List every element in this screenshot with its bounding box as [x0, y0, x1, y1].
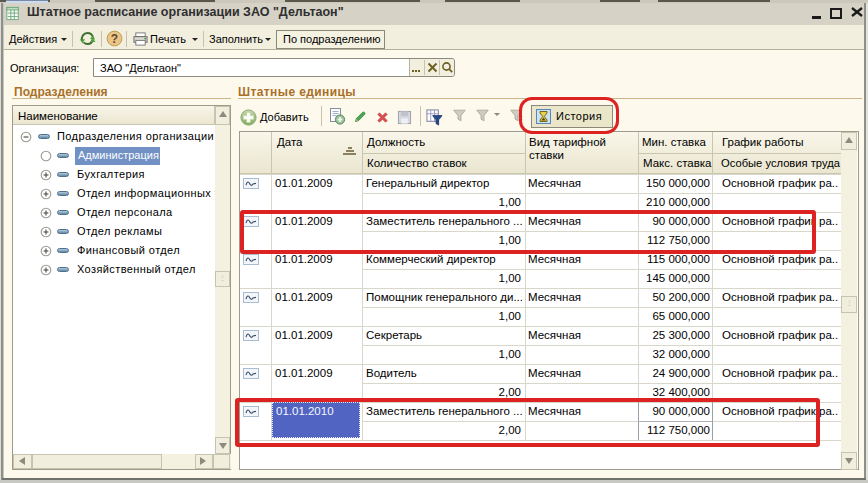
svg-text:?: ? — [111, 32, 118, 46]
